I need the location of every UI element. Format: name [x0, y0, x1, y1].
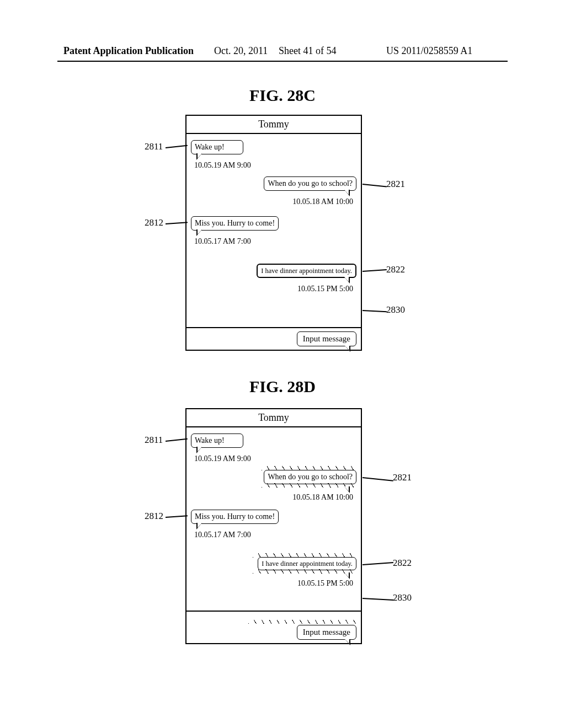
- leader-line: [166, 438, 188, 442]
- hatch-bottom-icon: [262, 483, 356, 488]
- msg-timestamp: 10.05.15 PM 5:00: [297, 285, 353, 293]
- leader-line: [363, 310, 387, 312]
- input-bar-2830: Input message: [186, 327, 361, 350]
- leader-line: [363, 562, 393, 565]
- hatch-bottom-icon: [253, 569, 356, 574]
- msg-bubble-2812: Miss you. Hurry to come!: [191, 510, 279, 524]
- msg-text: Miss you. Hurry to come!: [195, 512, 275, 521]
- header-patent-number: US 2011/0258559 A1: [386, 45, 472, 57]
- msg-text: I have dinner appointment today.: [262, 560, 353, 568]
- header-rule: [57, 61, 508, 62]
- bubble-tail-icon: [196, 447, 202, 453]
- figure-28d-title: FIG. 28D: [0, 377, 565, 396]
- leader-line: [363, 184, 387, 187]
- phone-28c: Tommy Wake up! 10.05.19 AM 9:00 When do …: [185, 115, 362, 351]
- leader-line: [363, 269, 387, 272]
- input-placeholder: Input message: [303, 334, 350, 343]
- input-bar-2830: Input message: [186, 611, 361, 643]
- leader-line: [166, 145, 188, 148]
- bubble-tail-icon: [196, 523, 202, 529]
- leader-line: [363, 477, 393, 481]
- contact-name: Tommy: [186, 116, 361, 134]
- msg-timestamp: 10.05.15 PM 5:00: [297, 579, 353, 588]
- msg-bubble-2812: Miss you. Hurry to come!: [191, 216, 279, 231]
- bubble-tail-icon: [345, 346, 350, 352]
- input-message-bubble[interactable]: Input message: [297, 331, 356, 346]
- bubble-tail-icon: [344, 486, 350, 493]
- msg-bubble-2822: I have dinner appointment today.: [258, 557, 356, 570]
- bubble-tail-icon: [344, 277, 350, 283]
- msg-text: When do you go to school?: [268, 473, 353, 481]
- bubble-tail-icon: [345, 639, 350, 645]
- msg-bubble-2811: Wake up!: [191, 433, 243, 448]
- msg-text: I have dinner appointment today.: [261, 267, 352, 275]
- input-message-bubble[interactable]: Input message: [297, 625, 356, 640]
- figure-28c-title: FIG. 28C: [0, 86, 565, 105]
- bubble-tail-icon: [344, 572, 350, 579]
- msg-bubble-2821: When do you go to school?: [264, 176, 356, 191]
- input-placeholder: Input message: [303, 628, 350, 636]
- msg-text: Wake up!: [195, 436, 225, 445]
- contact-name: Tommy: [186, 409, 361, 427]
- header-pub: Patent Application Publication: [63, 45, 194, 57]
- header-date: Oct. 20, 2011: [214, 45, 268, 57]
- leader-line: [363, 598, 393, 600]
- msg-text: Miss you. Hurry to come!: [195, 219, 275, 227]
- leader-line: [166, 222, 188, 224]
- phone-28d: Tommy Wake up! 10.05.19 AM 9:00 When do …: [185, 408, 362, 644]
- msg-timestamp: 10.05.17 AM 7:00: [194, 237, 251, 246]
- msg-text: When do you go to school?: [268, 179, 353, 188]
- bubble-tail-icon: [344, 190, 350, 196]
- msg-bubble-2822: I have dinner appointment today.: [257, 264, 356, 278]
- msg-text: Wake up!: [195, 143, 225, 151]
- msg-bubble-2821: When do you go to school?: [264, 470, 356, 484]
- msg-timestamp: 10.05.17 AM 7:00: [194, 531, 251, 539]
- header-sheet: Sheet 41 of 54: [279, 45, 336, 57]
- msg-timestamp: 10.05.19 AM 9:00: [194, 454, 251, 463]
- bubble-tail-icon: [196, 229, 202, 236]
- msg-bubble-2811: Wake up!: [191, 140, 243, 154]
- msg-timestamp: 10.05.18 AM 10:00: [292, 493, 353, 502]
- hatch-top-icon: [248, 620, 356, 624]
- msg-timestamp: 10.05.18 AM 10:00: [292, 197, 353, 206]
- bubble-tail-icon: [196, 153, 202, 160]
- msg-timestamp: 10.05.19 AM 9:00: [194, 161, 251, 170]
- leader-line: [166, 515, 188, 517]
